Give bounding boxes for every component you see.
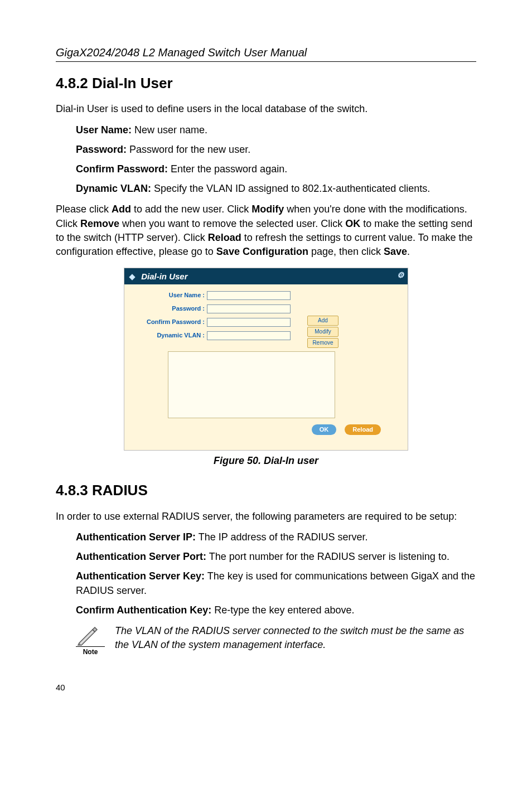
input-confirm-password[interactable] [207, 318, 291, 327]
section-4-8-3-title: 4.8.3 RADIUS [56, 480, 476, 500]
input-dynamic-vlan[interactable] [207, 331, 291, 340]
def-confirm-auth-key: Confirm Authentication Key: Re-type the … [76, 603, 476, 617]
def-password: Password: Password for the new user. [76, 143, 476, 157]
diamond-icon [129, 274, 135, 280]
def-label: Confirm Authentication Key: [76, 604, 211, 616]
sec1-definitions: User Name: New user name. Password: Pass… [56, 123, 476, 196]
sec2-definitions: Authentication Server IP: The IP address… [56, 530, 476, 617]
figure-caption: Figure 50. Dial-In user [56, 454, 476, 468]
def-desc: Password for the new user. [127, 144, 250, 155]
screenshot-title: Dial-in User [141, 272, 187, 281]
def-desc: Re-type the key entered above. [211, 604, 354, 616]
sec1-instructions: Please click Add to add the new user. Cl… [56, 202, 476, 259]
gear-icon: ⚙ [397, 270, 404, 281]
label-dynamic-vlan: Dynamic VLAN : [134, 331, 207, 340]
def-label: Authentication Server Port: [76, 551, 206, 562]
def-label: Confirm Password: [76, 163, 168, 175]
ok-button[interactable]: OK [312, 424, 337, 435]
modify-button[interactable]: Modify [307, 327, 338, 337]
def-auth-server-key: Authentication Server Key: The key is us… [76, 569, 476, 597]
def-desc: Enter the password again. [168, 163, 287, 175]
sec2-intro: In order to use external RADIUS server, … [56, 510, 476, 524]
input-user-name[interactable] [207, 291, 291, 300]
remove-button[interactable]: Remove [307, 338, 338, 348]
reload-button[interactable]: Reload [345, 424, 381, 435]
def-label: Dynamic VLAN: [76, 183, 151, 194]
screenshot-dial-in-user: Dial-in User ⚙ User Name : Password : Co… [124, 268, 408, 451]
note-block: Note The VLAN of the RADIUS server conne… [56, 624, 476, 657]
page-number: 40 [56, 681, 476, 693]
def-label: Authentication Server IP: [76, 531, 196, 543]
def-auth-server-port: Authentication Server Port: The port num… [76, 550, 476, 564]
def-desc: Specify the VLAN ID assigned to 802.1x-a… [151, 183, 430, 194]
def-desc: New user name. [132, 124, 207, 136]
add-button[interactable]: Add [307, 316, 338, 326]
def-label: User Name: [76, 124, 132, 136]
def-desc: The IP address of the RADIUS server. [196, 531, 367, 543]
sec1-intro: Dial-in User is used to define users in … [56, 102, 476, 116]
section-4-8-2-title: 4.8.2 Dial-In User [56, 73, 476, 93]
def-desc: The port number for the RADIUS server is… [206, 551, 449, 562]
def-username: User Name: New user name. [76, 123, 476, 137]
screenshot-titlebar: Dial-in User ⚙ [124, 268, 408, 284]
def-label: Authentication Server Key: [76, 570, 205, 582]
def-auth-server-ip: Authentication Server IP: The IP address… [76, 530, 476, 544]
input-password[interactable] [207, 304, 291, 313]
note-text: The VLAN of the RADIUS server connected … [115, 624, 476, 652]
user-list[interactable] [168, 351, 335, 418]
label-password: Password : [134, 304, 207, 313]
def-dynamic-vlan: Dynamic VLAN: Specify the VLAN ID assign… [76, 182, 476, 196]
note-label: Note [76, 646, 105, 657]
running-header: GigaX2024/2048 L2 Managed Switch User Ma… [56, 45, 476, 62]
def-label: Password: [76, 144, 127, 155]
label-user-name: User Name : [134, 291, 207, 299]
def-confirm-password: Confirm Password: Enter the password aga… [76, 162, 476, 176]
pencil-icon [76, 624, 99, 646]
label-confirm-password: Confirm Password : [134, 318, 207, 326]
